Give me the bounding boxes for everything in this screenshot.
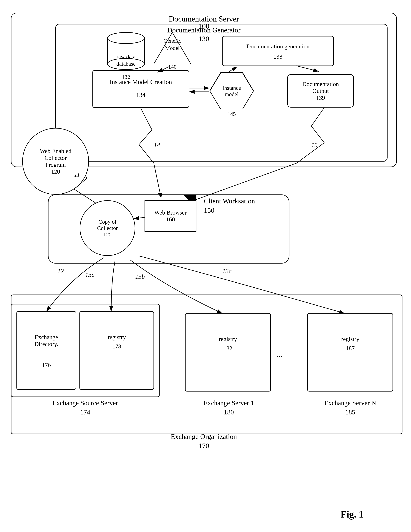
registry-178-label: registry [80,334,154,341]
exchange-server1-num: 180 [183,408,274,417]
svg-line-19 [228,67,237,72]
arrow-13a-label: 13a [85,271,95,279]
exchange-serverN-label: Exchange Server N [304,399,397,407]
registry-182-num: 182 [185,345,271,352]
exchange-dir-label: Exchange Directory. [17,334,76,348]
exchange-org-num: 170 [130,441,278,450]
instance-model-hex: Instance model [210,73,253,109]
svg-rect-9 [17,312,76,390]
registry-187-num: 187 [308,345,393,352]
registry-178-num: 178 [80,343,154,350]
arrow-12-label: 12 [57,267,64,275]
svg-rect-12 [308,313,393,391]
web-enabled-label: Web Enabled Collector Program [40,148,72,168]
generic-model-label: Generic Model [152,37,193,52]
instance-model-creation-num: 134 [92,91,190,99]
client-workstation-label: Client Worksation [204,197,255,206]
svg-rect-11 [185,313,271,391]
exchange-source-num: 174 [11,408,159,417]
exchange-dir-num: 176 [17,361,76,369]
svg-line-20 [297,66,319,71]
svg-point-26 [107,32,145,44]
copy-collector-circle: Copy of Collector 125 [80,200,135,256]
doc-output-label: Documentation Output [302,81,339,94]
web-browser-num: 160 [166,216,175,223]
exchange-org-label: Exchange Organization [130,432,278,441]
generic-model-num: 140 [152,63,193,70]
arrow-15-label: 15 [311,141,318,149]
arrow-13b-label: 13b [135,273,145,281]
copy-collector-label: Copy of Collector [97,219,118,231]
instance-model-creation-label: Instance Model Creation [92,78,190,86]
registry-187-label: registry [308,336,393,342]
svg-rect-10 [80,312,154,390]
doc-generator-title: Documentation Generator [130,26,278,35]
client-workstation-num: 150 [204,206,215,215]
arrow-14-label: 14 [154,141,160,149]
ellipsis-label: ... [276,349,283,360]
web-enabled-num: 120 [40,168,72,175]
raw-data-db-label: raw data database [104,53,148,67]
exchange-server1-label: Exchange Server 1 [183,399,274,407]
web-browser-label: Web Browser [154,209,187,216]
doc-output-box: Documentation Output 139 [287,74,354,108]
exchange-source-label: Exchange Source Server [11,399,159,407]
arrow-13c-label: 13c [222,267,232,275]
exchange-serverN-num: 185 [304,408,397,417]
doc-output-num: 139 [316,94,325,101]
web-browser-box: Web Browser 160 [145,200,196,232]
doc-generation-label: Documentation generation [221,43,335,50]
arrow-11-label: 11 [74,171,80,179]
svg-rect-8 [11,304,159,397]
fig-label: Fig. 1 [315,508,389,521]
instance-model-num: 145 [207,110,256,118]
registry-182-label: registry [185,336,271,342]
web-enabled-circle: Web Enabled Collector Program 120 [22,128,89,195]
copy-collector-num: 125 [97,231,118,238]
doc-generation-num: 138 [221,53,335,61]
diagram: Documentation Server 100 Documentation G… [0,0,411,532]
